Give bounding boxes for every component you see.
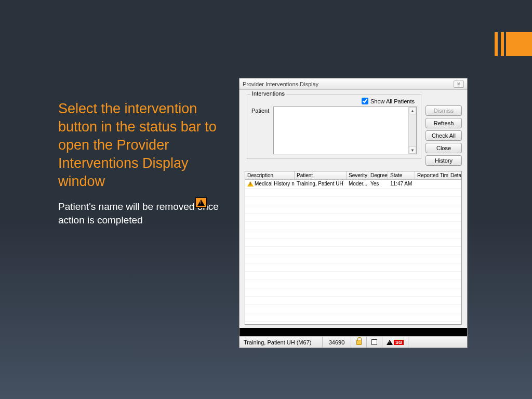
patient-label: Patient: [251, 107, 269, 114]
provider-interventions-dialog: Provider Interventions Display ✕ Interve…: [239, 78, 468, 348]
intervention-button-icon: [195, 197, 207, 208]
col-state[interactable]: State: [388, 171, 415, 179]
check-all-button[interactable]: Check All: [425, 130, 462, 141]
cell-state: 11:47 AM: [388, 180, 415, 188]
history-button[interactable]: History: [425, 155, 462, 166]
fieldset-legend: Interventions: [250, 90, 286, 97]
col-severity[interactable]: Severity: [347, 171, 368, 179]
col-description[interactable]: Description: [245, 171, 295, 179]
scroll-down-icon[interactable]: ▼: [409, 147, 416, 154]
cell-severity: Moder...: [347, 180, 368, 188]
status-lock: [351, 337, 367, 348]
cell-degree: Yes: [368, 180, 388, 188]
cell-details: [448, 180, 461, 188]
col-reported-time[interactable]: Reported Time: [415, 171, 448, 179]
table-row[interactable]: Medical History nee... Training, Patient…: [245, 180, 461, 189]
show-all-patients-label: Show All Patients: [370, 98, 415, 104]
col-patient[interactable]: Patient: [295, 171, 347, 179]
col-degree[interactable]: Degree: [368, 171, 388, 179]
slide-heading: Select the intervention button in the st…: [58, 100, 224, 191]
cell-patient: Training, Patient UH: [295, 180, 347, 188]
status-number: 34690: [323, 337, 351, 348]
sg-badge: SG: [394, 340, 404, 345]
dialog-titlebar: Provider Interventions Display ✕: [240, 78, 467, 90]
alert-icon: [387, 340, 393, 345]
close-button[interactable]: Close: [425, 143, 462, 153]
cell-description: Medical History nee...: [255, 181, 295, 187]
dismiss-button[interactable]: Dismiss: [425, 105, 462, 116]
interventions-grid: Description Patient Severity Degree Stat…: [245, 171, 462, 325]
grid-body: Medical History nee... Training, Patient…: [245, 180, 461, 324]
refresh-button[interactable]: Refresh: [425, 118, 462, 128]
close-icon[interactable]: ✕: [454, 81, 464, 88]
warning-icon: [247, 181, 254, 187]
status-divider: [240, 328, 467, 336]
checkbox-icon[interactable]: [371, 339, 377, 345]
interventions-fieldset: Interventions Show All Patients Patient …: [247, 94, 421, 159]
scroll-up-icon[interactable]: ▲: [409, 107, 416, 114]
status-checkbox-cell: [367, 337, 382, 348]
status-intervention[interactable]: SG: [382, 337, 408, 348]
slide-text: Select the intervention button in the st…: [58, 100, 224, 227]
status-patient: Training, Patient UH (M67): [240, 337, 323, 348]
slide-accent: [495, 32, 532, 56]
lock-icon: [356, 340, 362, 345]
col-details[interactable]: Details: [448, 171, 461, 179]
dialog-title: Provider Interventions Display: [243, 81, 318, 87]
show-all-patients-checkbox[interactable]: [362, 98, 368, 104]
cell-reported-time: [415, 180, 448, 188]
scrollbar[interactable]: ▲ ▼: [408, 107, 416, 154]
grid-header: Description Patient Severity Degree Stat…: [245, 171, 461, 180]
button-column: Dismiss Refresh Check All Close History: [425, 94, 462, 166]
patient-listbox[interactable]: ▲ ▼: [273, 107, 417, 154]
status-bar: Training, Patient UH (M67) 34690 SG: [240, 336, 467, 348]
